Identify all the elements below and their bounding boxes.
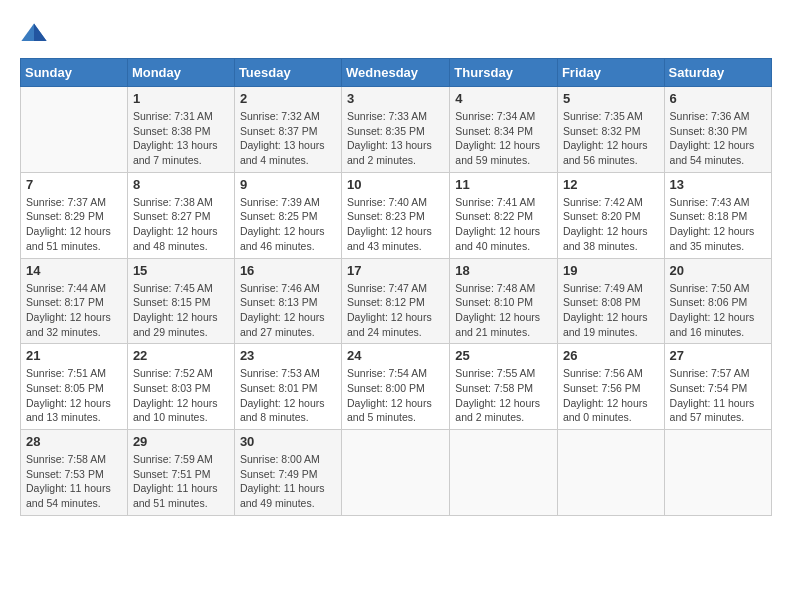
column-header-monday: Monday	[127, 59, 234, 87]
cell-info: Sunrise: 7:53 AMSunset: 8:01 PMDaylight:…	[240, 366, 336, 425]
calendar-cell: 20Sunrise: 7:50 AMSunset: 8:06 PMDayligh…	[664, 258, 771, 344]
calendar-cell: 23Sunrise: 7:53 AMSunset: 8:01 PMDayligh…	[234, 344, 341, 430]
calendar-cell: 21Sunrise: 7:51 AMSunset: 8:05 PMDayligh…	[21, 344, 128, 430]
cell-info: Sunrise: 7:43 AMSunset: 8:18 PMDaylight:…	[670, 195, 766, 254]
day-number: 28	[26, 434, 122, 449]
cell-info: Sunrise: 7:39 AMSunset: 8:25 PMDaylight:…	[240, 195, 336, 254]
calendar-cell	[450, 430, 558, 516]
cell-info: Sunrise: 7:41 AMSunset: 8:22 PMDaylight:…	[455, 195, 552, 254]
calendar-cell: 24Sunrise: 7:54 AMSunset: 8:00 PMDayligh…	[342, 344, 450, 430]
column-header-wednesday: Wednesday	[342, 59, 450, 87]
cell-info: Sunrise: 7:36 AMSunset: 8:30 PMDaylight:…	[670, 109, 766, 168]
calendar-cell: 11Sunrise: 7:41 AMSunset: 8:22 PMDayligh…	[450, 172, 558, 258]
calendar-cell	[557, 430, 664, 516]
calendar-cell: 10Sunrise: 7:40 AMSunset: 8:23 PMDayligh…	[342, 172, 450, 258]
calendar-cell: 25Sunrise: 7:55 AMSunset: 7:58 PMDayligh…	[450, 344, 558, 430]
day-number: 10	[347, 177, 444, 192]
day-number: 8	[133, 177, 229, 192]
calendar-cell: 17Sunrise: 7:47 AMSunset: 8:12 PMDayligh…	[342, 258, 450, 344]
column-header-friday: Friday	[557, 59, 664, 87]
calendar-cell: 30Sunrise: 8:00 AMSunset: 7:49 PMDayligh…	[234, 430, 341, 516]
calendar-cell: 26Sunrise: 7:56 AMSunset: 7:56 PMDayligh…	[557, 344, 664, 430]
calendar-header-row: SundayMondayTuesdayWednesdayThursdayFrid…	[21, 59, 772, 87]
day-number: 22	[133, 348, 229, 363]
day-number: 18	[455, 263, 552, 278]
page-header	[20, 20, 772, 48]
cell-info: Sunrise: 7:34 AMSunset: 8:34 PMDaylight:…	[455, 109, 552, 168]
day-number: 5	[563, 91, 659, 106]
day-number: 19	[563, 263, 659, 278]
day-number: 16	[240, 263, 336, 278]
calendar-cell: 14Sunrise: 7:44 AMSunset: 8:17 PMDayligh…	[21, 258, 128, 344]
calendar-week-row: 28Sunrise: 7:58 AMSunset: 7:53 PMDayligh…	[21, 430, 772, 516]
day-number: 11	[455, 177, 552, 192]
calendar-week-row: 21Sunrise: 7:51 AMSunset: 8:05 PMDayligh…	[21, 344, 772, 430]
day-number: 24	[347, 348, 444, 363]
logo-icon	[20, 20, 48, 48]
column-header-sunday: Sunday	[21, 59, 128, 87]
calendar-cell: 29Sunrise: 7:59 AMSunset: 7:51 PMDayligh…	[127, 430, 234, 516]
calendar-cell: 19Sunrise: 7:49 AMSunset: 8:08 PMDayligh…	[557, 258, 664, 344]
calendar-cell	[342, 430, 450, 516]
day-number: 29	[133, 434, 229, 449]
calendar-cell	[21, 87, 128, 173]
cell-info: Sunrise: 7:31 AMSunset: 8:38 PMDaylight:…	[133, 109, 229, 168]
calendar-table: SundayMondayTuesdayWednesdayThursdayFrid…	[20, 58, 772, 516]
calendar-cell: 13Sunrise: 7:43 AMSunset: 8:18 PMDayligh…	[664, 172, 771, 258]
day-number: 7	[26, 177, 122, 192]
day-number: 1	[133, 91, 229, 106]
day-number: 30	[240, 434, 336, 449]
day-number: 26	[563, 348, 659, 363]
cell-info: Sunrise: 7:47 AMSunset: 8:12 PMDaylight:…	[347, 281, 444, 340]
day-number: 13	[670, 177, 766, 192]
column-header-saturday: Saturday	[664, 59, 771, 87]
cell-info: Sunrise: 7:51 AMSunset: 8:05 PMDaylight:…	[26, 366, 122, 425]
cell-info: Sunrise: 7:49 AMSunset: 8:08 PMDaylight:…	[563, 281, 659, 340]
cell-info: Sunrise: 7:55 AMSunset: 7:58 PMDaylight:…	[455, 366, 552, 425]
calendar-cell: 5Sunrise: 7:35 AMSunset: 8:32 PMDaylight…	[557, 87, 664, 173]
day-number: 20	[670, 263, 766, 278]
calendar-cell: 1Sunrise: 7:31 AMSunset: 8:38 PMDaylight…	[127, 87, 234, 173]
calendar-cell: 6Sunrise: 7:36 AMSunset: 8:30 PMDaylight…	[664, 87, 771, 173]
day-number: 17	[347, 263, 444, 278]
cell-info: Sunrise: 7:58 AMSunset: 7:53 PMDaylight:…	[26, 452, 122, 511]
cell-info: Sunrise: 7:33 AMSunset: 8:35 PMDaylight:…	[347, 109, 444, 168]
cell-info: Sunrise: 7:57 AMSunset: 7:54 PMDaylight:…	[670, 366, 766, 425]
calendar-week-row: 7Sunrise: 7:37 AMSunset: 8:29 PMDaylight…	[21, 172, 772, 258]
cell-info: Sunrise: 7:52 AMSunset: 8:03 PMDaylight:…	[133, 366, 229, 425]
cell-info: Sunrise: 7:48 AMSunset: 8:10 PMDaylight:…	[455, 281, 552, 340]
calendar-cell: 8Sunrise: 7:38 AMSunset: 8:27 PMDaylight…	[127, 172, 234, 258]
calendar-cell: 4Sunrise: 7:34 AMSunset: 8:34 PMDaylight…	[450, 87, 558, 173]
day-number: 12	[563, 177, 659, 192]
day-number: 25	[455, 348, 552, 363]
cell-info: Sunrise: 7:45 AMSunset: 8:15 PMDaylight:…	[133, 281, 229, 340]
calendar-cell: 9Sunrise: 7:39 AMSunset: 8:25 PMDaylight…	[234, 172, 341, 258]
calendar-cell: 16Sunrise: 7:46 AMSunset: 8:13 PMDayligh…	[234, 258, 341, 344]
cell-info: Sunrise: 8:00 AMSunset: 7:49 PMDaylight:…	[240, 452, 336, 511]
cell-info: Sunrise: 7:40 AMSunset: 8:23 PMDaylight:…	[347, 195, 444, 254]
cell-info: Sunrise: 7:46 AMSunset: 8:13 PMDaylight:…	[240, 281, 336, 340]
cell-info: Sunrise: 7:59 AMSunset: 7:51 PMDaylight:…	[133, 452, 229, 511]
cell-info: Sunrise: 7:56 AMSunset: 7:56 PMDaylight:…	[563, 366, 659, 425]
day-number: 14	[26, 263, 122, 278]
calendar-cell: 15Sunrise: 7:45 AMSunset: 8:15 PMDayligh…	[127, 258, 234, 344]
calendar-cell: 28Sunrise: 7:58 AMSunset: 7:53 PMDayligh…	[21, 430, 128, 516]
day-number: 4	[455, 91, 552, 106]
calendar-cell: 3Sunrise: 7:33 AMSunset: 8:35 PMDaylight…	[342, 87, 450, 173]
cell-info: Sunrise: 7:54 AMSunset: 8:00 PMDaylight:…	[347, 366, 444, 425]
day-number: 27	[670, 348, 766, 363]
day-number: 6	[670, 91, 766, 106]
day-number: 9	[240, 177, 336, 192]
day-number: 21	[26, 348, 122, 363]
cell-info: Sunrise: 7:37 AMSunset: 8:29 PMDaylight:…	[26, 195, 122, 254]
svg-marker-1	[34, 24, 47, 42]
cell-info: Sunrise: 7:38 AMSunset: 8:27 PMDaylight:…	[133, 195, 229, 254]
cell-info: Sunrise: 7:35 AMSunset: 8:32 PMDaylight:…	[563, 109, 659, 168]
cell-info: Sunrise: 7:44 AMSunset: 8:17 PMDaylight:…	[26, 281, 122, 340]
calendar-cell: 2Sunrise: 7:32 AMSunset: 8:37 PMDaylight…	[234, 87, 341, 173]
calendar-cell	[664, 430, 771, 516]
calendar-week-row: 1Sunrise: 7:31 AMSunset: 8:38 PMDaylight…	[21, 87, 772, 173]
calendar-cell: 18Sunrise: 7:48 AMSunset: 8:10 PMDayligh…	[450, 258, 558, 344]
day-number: 3	[347, 91, 444, 106]
cell-info: Sunrise: 7:42 AMSunset: 8:20 PMDaylight:…	[563, 195, 659, 254]
